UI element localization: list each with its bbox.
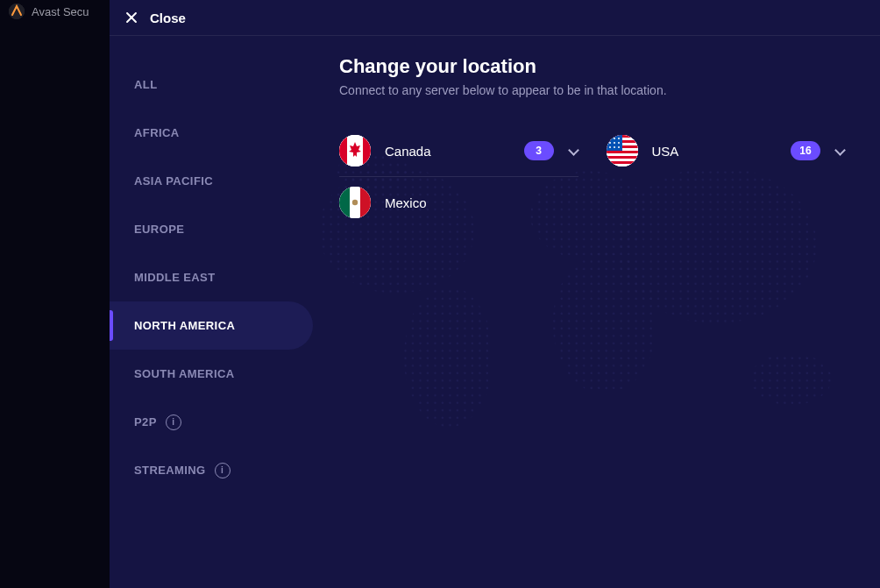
- page-subtitle: Connect to any server below to appear to…: [339, 83, 845, 97]
- page-title: Change your location: [339, 55, 845, 78]
- sidebar-item-label: MIDDLE EAST: [134, 271, 216, 284]
- svg-point-21: [614, 138, 615, 139]
- svg-rect-18: [607, 161, 638, 164]
- location-name: USA: [652, 144, 777, 159]
- info-icon[interactable]: i: [215, 463, 231, 478]
- sidebar-item-label: ALL: [134, 78, 157, 91]
- svg-point-22: [618, 138, 620, 139]
- svg-point-28: [618, 146, 620, 148]
- app-title: Avast Secu: [32, 5, 89, 18]
- sidebar-item-label: EUROPE: [134, 223, 184, 236]
- svg-rect-17: [607, 156, 638, 159]
- sidebar-item-all[interactable]: ALL: [110, 60, 313, 109]
- sidebar-item-p2p[interactable]: P2P i: [110, 398, 313, 446]
- svg-point-24: [614, 142, 615, 144]
- panel-header: Close: [110, 0, 880, 36]
- sidebar-item-asia-pacific[interactable]: ASIA PACIFIC: [110, 157, 313, 205]
- svg-point-32: [352, 200, 358, 205]
- flag-icon-canada: [339, 135, 371, 166]
- flag-icon-usa: [607, 135, 638, 166]
- chevron-down-icon[interactable]: [568, 145, 578, 156]
- chevron-down-icon[interactable]: [834, 145, 845, 156]
- server-count-badge: 3: [524, 141, 554, 160]
- app-titlebar: Avast Secu: [0, 0, 89, 23]
- server-count-badge: 16: [791, 141, 820, 160]
- svg-point-23: [609, 142, 611, 144]
- sidebar-item-label: NORTH AMERICA: [134, 319, 235, 332]
- app-logo-icon: [9, 4, 25, 19]
- svg-point-27: [614, 146, 615, 148]
- location-row-mexico[interactable]: Mexico: [339, 177, 578, 228]
- location-grid: Canada 3 USA 16: [339, 125, 845, 228]
- sidebar-item-north-america[interactable]: NORTH AMERICA: [110, 301, 313, 350]
- location-row-usa[interactable]: USA 16: [607, 125, 846, 176]
- sidebar-item-middle-east[interactable]: MIDDLE EAST: [110, 253, 313, 301]
- sidebar-item-europe[interactable]: EUROPE: [110, 205, 313, 253]
- svg-rect-10: [339, 135, 347, 166]
- sidebar-item-streaming[interactable]: STREAMING i: [110, 446, 313, 494]
- close-icon[interactable]: [125, 11, 138, 24]
- svg-point-26: [609, 146, 611, 148]
- flag-icon-mexico: [339, 187, 371, 218]
- location-row-canada[interactable]: Canada 3: [339, 125, 578, 177]
- svg-point-25: [618, 142, 620, 144]
- svg-point-20: [609, 138, 611, 139]
- sidebar-item-label: AFRICA: [134, 126, 180, 139]
- sidebar-item-label: P2P: [134, 415, 157, 429]
- info-icon[interactable]: i: [166, 414, 181, 430]
- sidebar-item-africa[interactable]: AFRICA: [110, 109, 313, 157]
- svg-rect-31: [360, 187, 371, 218]
- sidebar-item-south-america[interactable]: SOUTH AMERICA: [110, 350, 313, 398]
- main-content: Change your location Connect to any serv…: [313, 36, 880, 588]
- sidebar-item-label: STREAMING: [134, 464, 206, 477]
- location-name: Canada: [385, 144, 510, 159]
- location-panel: Close ALL AFRICA: [110, 0, 880, 588]
- svg-rect-29: [339, 187, 350, 218]
- svg-rect-16: [607, 151, 638, 153]
- location-name: Mexico: [385, 195, 578, 210]
- sidebar-item-label: ASIA PACIFIC: [134, 174, 213, 188]
- svg-rect-11: [363, 135, 371, 166]
- region-sidebar: ALL AFRICA ASIA PACIFIC EUROPE MIDDLE EA…: [110, 36, 313, 588]
- sidebar-item-label: SOUTH AMERICA: [134, 367, 235, 380]
- close-button[interactable]: Close: [150, 11, 186, 25]
